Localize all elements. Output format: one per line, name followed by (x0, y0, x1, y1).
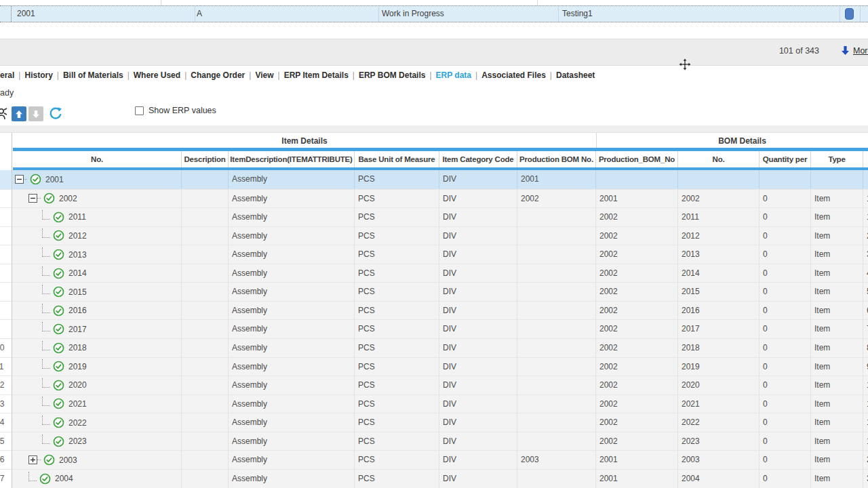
table-row[interactable]: 32011AssemblyPCSDIV200220110Item1 (0, 207, 868, 226)
table-row[interactable]: 42012AssemblyPCSDIV200220120Item2 (0, 226, 868, 245)
tab-view[interactable]: View (255, 70, 273, 80)
item-number-label: 2014 (68, 268, 87, 278)
table-row[interactable]: 12001AssemblyPCSDIV2001 (0, 170, 868, 189)
table-row[interactable]: 122020AssemblyPCSDIV200220200Item1 (0, 375, 868, 394)
move-down-button[interactable] (28, 106, 43, 121)
released-check-icon (53, 286, 64, 298)
tree-branch-line (42, 304, 50, 313)
more-link[interactable]: More (853, 46, 868, 56)
cell-production_bom_no (517, 245, 596, 264)
cell-production_bom_no_erp: 2002 (596, 413, 678, 432)
table-row[interactable]: 112019AssemblyPCSDIV200220190Item9 (0, 357, 868, 376)
tab-associated-files[interactable]: Associated Files (481, 70, 546, 80)
cell-type: Item (811, 302, 863, 320)
search-result-row[interactable]: 2001 A Work in Progress Testing1 (0, 5, 868, 22)
show-erp-values-checkbox[interactable] (135, 106, 144, 115)
item-number-label: 2016 (68, 306, 87, 315)
tree-item: 2021 (13, 395, 182, 413)
tab-separator: | (53, 70, 63, 80)
tree-branch-line (28, 472, 37, 481)
item-number-label: 2020 (68, 380, 87, 390)
cell-item_category: DIV (439, 264, 517, 283)
table-row[interactable]: 162003AssemblyPCSDIV2003200120030Item2 (0, 450, 868, 469)
divider (195, 6, 195, 22)
column-header-item_description[interactable]: ItemDescription(ITEMATTRIBUTE) (229, 151, 355, 167)
column-header-no[interactable]: No. (13, 151, 182, 167)
tab-erp-data[interactable]: ERP data (436, 70, 471, 80)
tab-datasheet[interactable]: Datasheet (556, 70, 595, 80)
released-check-icon (30, 174, 41, 185)
table-row[interactable]: 62014AssemblyPCSDIV200220140Item4 (0, 264, 868, 283)
table-row[interactable]: 172004AssemblyPCSDIV200120040Item3 (0, 469, 868, 488)
table-row[interactable]: 82016AssemblyPCSDIV200220160Item6 (0, 301, 868, 320)
cell-uom: PCS (355, 395, 439, 413)
cell-line_no: 1 (863, 190, 868, 208)
cell-description (182, 227, 229, 245)
cell-quantity_per: 0 (760, 245, 811, 264)
cell-item_category: DIV (439, 320, 517, 338)
table-row[interactable]: 102018AssemblyPCSDIV200220180Item8 (0, 338, 868, 357)
cell-bom_no: 2013 (678, 245, 760, 264)
cell-quantity_per: 0 (760, 470, 811, 488)
tree-item: 2003 (13, 451, 182, 469)
cell-item_description: Assembly (229, 395, 355, 413)
column-header-production_bom_no_erp[interactable]: Production_BOM_No (596, 151, 678, 167)
tab-separator: | (180, 70, 191, 80)
column-header-item_category[interactable]: Item Category Code (439, 151, 517, 167)
tree-item: 2017 (13, 320, 182, 338)
cell-uom: PCS (355, 451, 439, 469)
released-check-icon (39, 473, 51, 485)
tab-separator: | (274, 70, 284, 80)
cell-uom: PCS (355, 227, 439, 245)
table-row[interactable]: 92017AssemblyPCSDIV200220170Item7 (0, 319, 868, 338)
tab-erp-item-details[interactable]: ERP Item Details (284, 70, 349, 80)
expand-toggle-icon[interactable] (28, 455, 37, 464)
tree-branch-line (37, 198, 41, 199)
table-row[interactable]: 22002AssemblyPCSDIV2002200120020Item1 (0, 189, 868, 208)
table-row[interactable]: 52013AssemblyPCSDIV200220130Item3 (0, 245, 868, 264)
cell-type (811, 170, 863, 189)
column-header-line_no[interactable] (863, 151, 868, 167)
collapse-toggle-icon[interactable] (15, 175, 24, 184)
cell-description (182, 395, 229, 413)
tab-where-used[interactable]: Where Used (134, 70, 180, 80)
refresh-icon[interactable] (47, 106, 64, 122)
table-row[interactable]: 142022AssemblyPCSDIV200220220Item1 (0, 413, 868, 432)
cell-bom_no: 2003 (678, 451, 760, 469)
tab-history[interactable]: History (24, 70, 52, 80)
column-header-bom_no[interactable]: No. (678, 151, 760, 167)
column-header-uom[interactable]: Base Unit of Measure (355, 151, 439, 167)
cell-bom_no: 2012 (678, 227, 760, 245)
tab-bill-of-materials[interactable]: Bill of Materials (63, 70, 123, 80)
cell-description (182, 302, 229, 320)
tree-item: 2013 (13, 245, 182, 264)
released-check-icon (53, 211, 64, 223)
tab-eral[interactable]: eral (0, 70, 14, 80)
column-header-production_bom_no[interactable]: Production BOM No. (517, 151, 596, 167)
divider (860, 6, 861, 22)
collapse-toggle-icon[interactable] (28, 194, 37, 203)
toolbar-partial-icon[interactable] (0, 107, 7, 121)
cell-description (182, 339, 229, 357)
cell-quantity_per: 0 (760, 208, 811, 226)
tree-item: 2019 (13, 358, 182, 376)
cell-production_bom_no: 2003 (517, 451, 596, 469)
more-down-arrow-icon[interactable] (841, 45, 850, 56)
column-header-type[interactable]: Type (811, 151, 863, 167)
column-header-description[interactable]: Description (182, 151, 229, 167)
tab-erp-bom-details[interactable]: ERP BOM Details (359, 70, 425, 80)
cell-item_category: DIV (439, 358, 517, 376)
table-row[interactable]: 132021AssemblyPCSDIV200220210Item1 (0, 394, 868, 413)
down-arrow-icon (32, 110, 40, 119)
cell-item_category: DIV (439, 376, 517, 394)
released-check-icon (53, 230, 64, 241)
move-up-button[interactable] (12, 106, 26, 121)
table-row[interactable]: 72015AssemblyPCSDIV200220150Item5 (0, 282, 868, 301)
cell-production_bom_no: 2001 (517, 170, 596, 189)
cell-uom: PCS (355, 190, 439, 208)
cell-item_category: DIV (439, 190, 517, 208)
tab-change-order[interactable]: Change Order (191, 70, 245, 80)
column-header-quantity_per[interactable]: Quantity per (760, 151, 811, 167)
cell-production_bom_no_erp: 2002 (596, 358, 678, 376)
table-row[interactable]: 152023AssemblyPCSDIV200220230Item1 (0, 432, 868, 451)
